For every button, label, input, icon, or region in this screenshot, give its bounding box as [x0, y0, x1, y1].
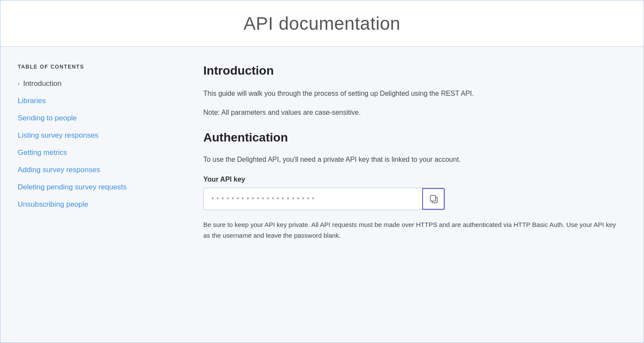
sidebar-link-listing-survey-responses[interactable]: Listing survey responses — [18, 131, 98, 140]
sidebar: TABLE OF CONTENTS › Introduction Librari… — [0, 47, 182, 343]
introduction-title: Introduction — [203, 64, 618, 78]
toc-label: TABLE OF CONTENTS — [18, 64, 169, 70]
authentication-section: Authentication To use the Delighted API,… — [203, 131, 618, 241]
sidebar-item-listing-survey-responses[interactable]: Listing survey responses — [18, 131, 169, 140]
sidebar-item-unsubscribing-people[interactable]: Unsubscribing people — [18, 200, 169, 209]
sidebar-item-getting-metrics[interactable]: Getting metrics — [18, 148, 169, 157]
api-key-note: Be sure to keep your API key private. Al… — [203, 220, 618, 241]
authentication-body: To use the Delighted API, you'll need a … — [203, 154, 618, 165]
sidebar-item-label-introduction: Introduction — [23, 79, 62, 88]
sidebar-item-sending-to-people[interactable]: Sending to people — [18, 114, 169, 123]
sidebar-item-adding-survey-responses[interactable]: Adding survey responses — [18, 166, 169, 174]
api-key-label: Your API key — [203, 176, 618, 183]
api-key-input[interactable] — [204, 195, 422, 203]
sidebar-item-deleting-pending-survey-requests[interactable]: Deleting pending survey requests — [18, 183, 169, 192]
main-content: Introduction This guide will walk you th… — [182, 47, 644, 343]
authentication-title: Authentication — [203, 131, 618, 145]
api-key-input-wrapper — [203, 188, 445, 210]
sidebar-item-introduction[interactable]: › Introduction — [18, 79, 169, 88]
sidebar-link-deleting-pending-survey-requests[interactable]: Deleting pending survey requests — [18, 183, 126, 192]
copy-api-key-button[interactable] — [422, 188, 445, 210]
introduction-body-1: This guide will walk you through the pro… — [203, 88, 618, 99]
content-area: TABLE OF CONTENTS › Introduction Librari… — [0, 47, 644, 343]
sidebar-link-libraries[interactable]: Libraries — [18, 97, 46, 105]
sidebar-link-sending-to-people[interactable]: Sending to people — [18, 114, 77, 123]
svg-rect-1 — [430, 195, 436, 201]
sidebar-link-getting-metrics[interactable]: Getting metrics — [18, 148, 67, 157]
sidebar-link-adding-survey-responses[interactable]: Adding survey responses — [18, 166, 100, 174]
chevron-right-icon: › — [18, 80, 20, 87]
page-wrapper: API documentation TABLE OF CONTENTS › In… — [0, 0, 644, 343]
sidebar-link-unsubscribing-people[interactable]: Unsubscribing people — [18, 200, 88, 209]
api-key-row — [203, 188, 618, 210]
page-title: API documentation — [0, 13, 644, 34]
copy-icon — [429, 194, 439, 204]
sidebar-item-libraries[interactable]: Libraries — [18, 97, 169, 105]
introduction-body-2: Note: All parameters and values are case… — [203, 107, 618, 118]
page-header: API documentation — [0, 0, 644, 47]
